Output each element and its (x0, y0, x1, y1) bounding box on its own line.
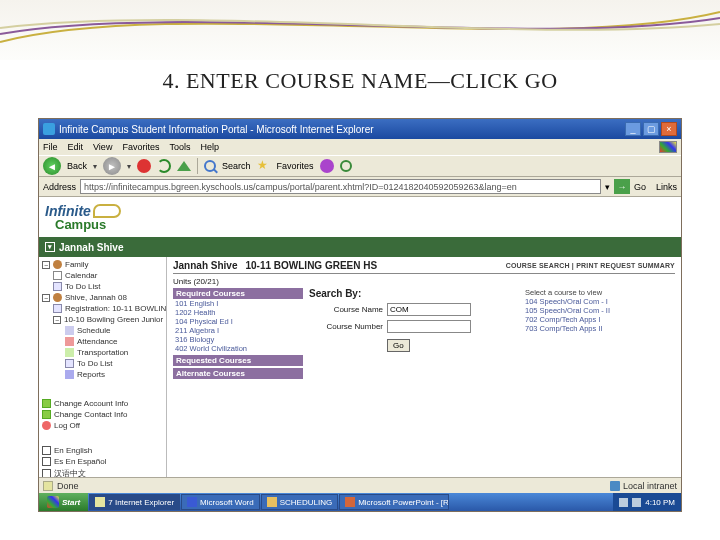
result-item[interactable]: 104 Speech/Oral Com - I (525, 297, 675, 306)
menu-favorites[interactable]: Favorites (122, 142, 159, 152)
course-item[interactable]: 211 Algebra I (173, 326, 303, 335)
course-name-input[interactable] (387, 303, 471, 316)
close-button[interactable]: × (661, 122, 677, 136)
back-button[interactable]: ◄ (43, 157, 61, 175)
window-titlebar: Infinite Campus Student Information Port… (39, 119, 681, 139)
address-go-button[interactable]: → (614, 179, 630, 194)
sidebar-item-family[interactable]: −Family (39, 259, 166, 270)
course-item[interactable]: 316 Biology (173, 335, 303, 344)
start-label: Start (62, 498, 80, 507)
folder-task-icon (267, 497, 277, 507)
result-item[interactable]: 702 Comp/Tech Apps I (525, 315, 675, 324)
course-number-input[interactable] (387, 320, 471, 333)
sidebar-item-todo2[interactable]: To Do List (39, 358, 166, 369)
school-name-header: 10-11 BOWLING GREEN HS (245, 260, 377, 271)
sidebar-item-change-account[interactable]: Change Account Info (39, 398, 166, 409)
course-item[interactable]: 101 English I (173, 299, 303, 308)
logo-cloud-icon (93, 204, 121, 218)
sidebar-item-todo[interactable]: To Do List (39, 281, 166, 292)
search-label[interactable]: Search (222, 161, 251, 171)
sidebar-item-reports[interactable]: Reports (39, 369, 166, 380)
links-label[interactable]: Links (656, 182, 677, 192)
menu-tools[interactable]: Tools (169, 142, 190, 152)
sidebar-item-student[interactable]: −Shive, Jannah 08 (39, 292, 166, 303)
back-label: Back (67, 161, 87, 171)
taskbar-item-folder[interactable]: SCHEDULING (261, 494, 338, 510)
menu-file[interactable]: File (43, 142, 58, 152)
forward-dropdown-icon[interactable]: ▾ (127, 162, 131, 171)
ie-task-icon (95, 497, 105, 507)
menu-edit[interactable]: Edit (68, 142, 84, 152)
course-item[interactable]: 402 World Civilization (173, 344, 303, 353)
sidebar-item-schedule[interactable]: Schedule (39, 325, 166, 336)
status-done-icon (43, 481, 53, 491)
decorative-swoosh (0, 4, 720, 48)
result-item[interactable]: 105 Speech/Oral Com - II (525, 306, 675, 315)
taskbar-label: Microsoft PowerPoint - [R... (358, 498, 449, 507)
toolbar-separator (197, 158, 198, 174)
sidebar-label: 10-10 Bowling Green Junior High (64, 315, 167, 324)
sidebar-item-transportation[interactable]: Transportation (39, 347, 166, 358)
media-icon[interactable] (320, 159, 334, 173)
header-links[interactable]: COURSE SEARCH | PRINT REQUEST SUMMARY (506, 262, 675, 269)
search-go-button[interactable]: Go (387, 339, 410, 352)
logo-text-infinite: Infinite (45, 204, 91, 218)
lang-es-icon (42, 457, 51, 466)
user-dropdown-icon[interactable]: ▾ (45, 242, 55, 252)
sidebar-label: En English (54, 446, 92, 455)
registration-icon (53, 304, 62, 313)
collapse-icon[interactable]: − (42, 294, 50, 302)
sidebar-item-registration[interactable]: Registration: 10-11 BOWLING GREEN HS (39, 303, 166, 314)
favorites-label[interactable]: Favorites (277, 161, 314, 171)
start-button[interactable]: Start (39, 493, 88, 511)
course-item[interactable]: 104 Physical Ed I (173, 317, 303, 326)
sidebar-item-attendance[interactable]: Attendance (39, 336, 166, 347)
forward-button[interactable]: ► (103, 157, 121, 175)
minimize-button[interactable]: _ (625, 122, 641, 136)
security-zone: Local intranet (610, 481, 677, 491)
taskbar-item-ie[interactable]: 7 Internet Explorer (89, 494, 180, 510)
search-icon[interactable] (204, 160, 216, 172)
favorites-icon[interactable]: ★ (257, 159, 271, 173)
main-header: Jannah Shive 10-11 BOWLING GREEN HS COUR… (173, 260, 675, 274)
sidebar-label: Log Off (54, 421, 80, 430)
sidebar-item-lang-en[interactable]: En English (39, 445, 166, 456)
maximize-button[interactable]: ▢ (643, 122, 659, 136)
sidebar-item-change-contact[interactable]: Change Contact Info (39, 409, 166, 420)
refresh-icon[interactable] (157, 159, 171, 173)
collapse-icon[interactable]: − (42, 261, 50, 269)
change-account-icon (42, 399, 51, 408)
sidebar-label: Shive, Jannah 08 (65, 293, 127, 302)
course-item[interactable]: 1202 Health (173, 308, 303, 317)
result-item[interactable]: 703 Comp/Tech Apps II (525, 324, 675, 333)
home-icon[interactable] (177, 161, 191, 171)
url-dropdown-icon[interactable]: ▾ (605, 182, 610, 192)
zone-text: Local intranet (623, 481, 677, 491)
tray-icon[interactable] (632, 498, 641, 507)
course-number-label: Course Number (309, 322, 383, 331)
reports-icon (65, 370, 74, 379)
sidebar-label: Change Contact Info (54, 410, 127, 419)
taskbar-item-powerpoint[interactable]: Microsoft PowerPoint - [R... (339, 494, 449, 510)
family-icon (53, 260, 62, 269)
taskbar-item-word[interactable]: Microsoft Word (181, 494, 260, 510)
browser-toolbar: ◄ Back ▾ ► ▾ Search ★ Favorites (39, 155, 681, 177)
url-field[interactable]: https://infinitecampus.bgreen.kyschools.… (80, 179, 601, 194)
sidebar-item-logoff[interactable]: Log Off (39, 420, 166, 431)
tray-icon[interactable] (619, 498, 628, 507)
sidebar-label: To Do List (77, 359, 113, 368)
stop-icon[interactable] (137, 159, 151, 173)
sidebar-item-calendar[interactable]: Calendar (39, 270, 166, 281)
sidebar-item-school[interactable]: −10-10 Bowling Green Junior High (39, 314, 166, 325)
start-icon (47, 496, 59, 508)
history-icon[interactable] (340, 160, 352, 172)
menubar: File Edit View Favorites Tools Help (39, 139, 681, 155)
todo-icon (53, 282, 62, 291)
menu-view[interactable]: View (93, 142, 112, 152)
ie-icon (43, 123, 55, 135)
sidebar-label: Attendance (77, 337, 117, 346)
menu-help[interactable]: Help (200, 142, 219, 152)
sidebar-item-lang-es[interactable]: Es En Español (39, 456, 166, 467)
collapse-icon[interactable]: − (53, 316, 61, 324)
back-dropdown-icon[interactable]: ▾ (93, 162, 97, 171)
